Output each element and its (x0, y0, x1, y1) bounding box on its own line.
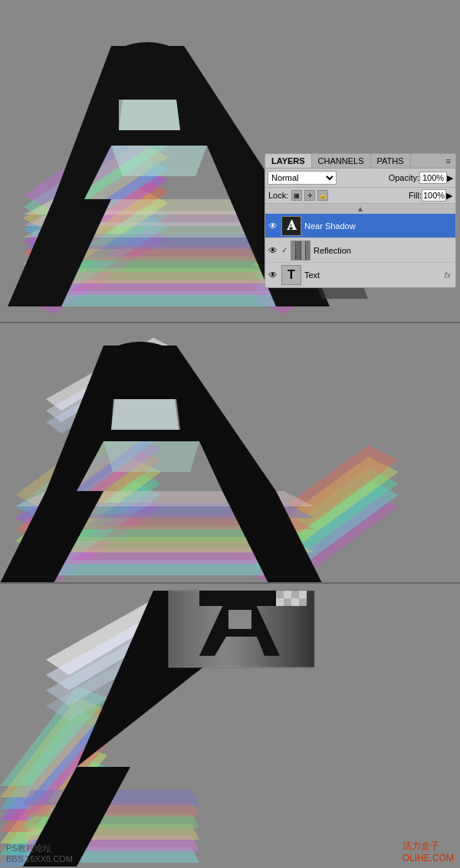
layers-tabs: LAYERS CHANNELS PATHS ≡ (265, 154, 455, 169)
lock-pixels-btn[interactable]: ▦ (291, 190, 302, 201)
fill-label: Fill: (409, 191, 422, 200)
svg-marker-63 (104, 441, 199, 472)
svg-rect-97 (291, 598, 299, 606)
watermark-brand: 活力盒子 (402, 840, 454, 853)
watermark-line2: BBS.16XX8.COM (6, 854, 73, 863)
watermark-left: PS教程论坛 BBS.16XX8.COM (6, 843, 73, 863)
svg-rect-94 (284, 598, 291, 606)
lock-fill-row: Lock: ▦ ✛ 🔒 Fill: ▶ (265, 188, 455, 204)
layers-panel: LAYERS CHANNELS PATHS ≡ Normal Opacity: … (264, 153, 456, 288)
layer-row-text[interactable]: 👁 T Text fx (265, 263, 455, 287)
svg-rect-91 (276, 591, 284, 598)
svg-rect-93 (276, 598, 284, 606)
svg-point-62 (104, 342, 177, 380)
layer-name-near-shadow: Near Shadow (304, 221, 454, 231)
scroll-up-arrow[interactable]: ▲ (265, 204, 455, 214)
fill-control: Fill: ▶ (409, 189, 452, 201)
blend-mode-select[interactable]: Normal (268, 171, 337, 185)
svg-rect-95 (291, 591, 299, 598)
svg-marker-64 (111, 399, 179, 430)
eye-icon-text[interactable]: 👁 (267, 269, 279, 281)
svg-rect-96 (299, 591, 307, 598)
tab-paths[interactable]: PATHS (371, 154, 411, 168)
panel-menu[interactable]: ≡ (442, 154, 455, 168)
opacity-label: Opacity: (389, 173, 419, 182)
lock-icons-group: ▦ ✛ 🔒 (291, 190, 328, 201)
watermark-url: OLIHE.COM (402, 853, 454, 863)
layer-name-reflection: Reflection (314, 246, 454, 255)
layer-row-near-shadow[interactable]: 👁 𝐀 Near Shadow (265, 214, 455, 238)
section-2 (0, 322, 460, 582)
opacity-arrow[interactable]: ▶ (447, 173, 453, 183)
svg-marker-90 (228, 610, 251, 629)
tab-channels[interactable]: CHANNELS (312, 154, 371, 168)
eye-icon-reflection[interactable]: 👁 (267, 244, 279, 257)
svg-rect-92 (284, 591, 291, 598)
watermark-line1: PS教程论坛 (6, 843, 73, 854)
layer-name-text: Text (304, 270, 444, 280)
section-3: Gaussian Blur ✕ − 100% + Radius: pixels … (0, 582, 460, 868)
fill-arrow[interactable]: ▶ (446, 191, 452, 201)
lock-move-btn[interactable]: ✛ (304, 190, 315, 201)
letter-art-middle (0, 323, 460, 582)
tab-layers[interactable]: LAYERS (265, 154, 312, 168)
blend-opacity-row: Normal Opacity: ▶ (265, 169, 455, 188)
svg-rect-99 (199, 591, 276, 606)
svg-marker-31 (111, 146, 207, 176)
svg-marker-33 (119, 100, 180, 130)
svg-point-30 (110, 42, 184, 80)
section-1: LAYERS CHANNELS PATHS ≡ Normal Opacity: … (0, 0, 460, 322)
layer-thumb-near-shadow: 𝐀 (281, 216, 301, 236)
letter-art-bottom (0, 584, 460, 868)
opacity-control: Opacity: ▶ (389, 172, 453, 184)
opacity-input[interactable] (419, 172, 447, 184)
layer-row-reflection[interactable]: 👁 ✓ Reflection (265, 238, 455, 263)
lock-all-btn[interactable]: 🔒 (317, 190, 328, 201)
layer-fx-icon: fx (444, 270, 451, 280)
svg-rect-98 (299, 598, 307, 606)
layer-thumb-text: T (281, 265, 301, 285)
lock-label: Lock: (268, 191, 288, 200)
fill-input[interactable] (422, 189, 446, 201)
eye-icon-near-shadow[interactable]: 👁 (267, 220, 279, 232)
layer-link-check: ✓ (281, 246, 291, 254)
layer-thumb-reflection (291, 241, 310, 260)
watermark-right: 活力盒子 OLIHE.COM (402, 840, 454, 863)
